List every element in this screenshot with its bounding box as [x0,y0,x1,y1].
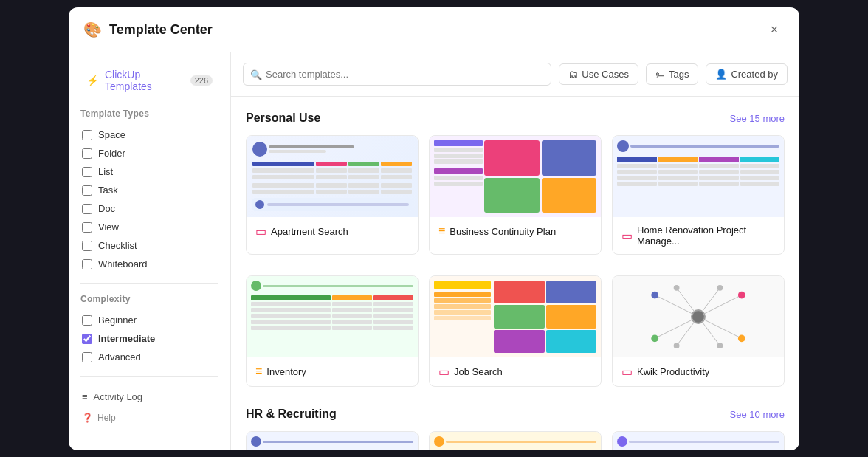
personal-use-section-header: Personal Use See 15 more [246,111,785,125]
svg-line-2 [655,317,698,338]
search-input-wrap: 🔍 [243,63,551,86]
personal-use-title: Personal Use [246,111,320,125]
personal-use-row2: ≡ Inventory [246,275,785,387]
svg-line-1 [698,295,742,317]
help-icon: ❓ [82,413,93,423]
sidebar-divider [80,283,218,284]
template-card-hr3[interactable] [612,431,785,450]
modal-title: Template Center [109,22,213,38]
search-icon: 🔍 [250,69,262,80]
template-name-home: Home Renovation Project Manage... [637,224,775,247]
template-type-doc[interactable]: Doc [80,200,218,217]
label-folder: Folder [98,148,125,159]
complexity-list: BeginnerIntermediateAdvanced [80,312,218,365]
personal-use-row1: ▭ Apartment Search [246,135,785,255]
modal-body: ⚡ ClickUp Templates 226 Template Types S… [69,52,799,450]
svg-point-10 [651,335,658,343]
label-view: View [98,221,119,233]
template-card-home-renovation[interactable]: ▭ Home Renovation Project Manage... [612,135,785,255]
complexity-beginner[interactable]: Beginner [80,312,218,329]
template-type-task[interactable]: Task [80,182,218,199]
template-types-list: SpaceFolderListTaskDocViewChecklistWhite… [80,126,218,272]
template-type-icon-inventory: ≡ [255,365,262,378]
template-preview-home [613,136,784,217]
svg-point-12 [674,285,680,291]
modal-logo-icon: 🎨 [83,21,102,38]
hr-section-header: HR & Recruiting See 10 more [246,408,785,421]
template-card-job-search[interactable]: ▭ Job Search [429,275,602,387]
label-complexity-beginner: Beginner [98,315,137,326]
use-cases-label: Use Cases [582,69,629,80]
search-input[interactable] [243,63,551,86]
activity-log-item[interactable]: ≡ Activity Log [80,387,218,407]
checkbox-space[interactable] [82,130,92,140]
personal-use-see-more[interactable]: See 15 more [730,113,785,124]
template-type-checklist[interactable]: Checklist [80,237,218,254]
checkbox-folder[interactable] [82,148,92,159]
hr-title: HR & Recruiting [246,408,337,421]
template-type-folder[interactable]: Folder [80,145,218,162]
template-center-modal: 🎨 Template Center × ⚡ ClickUp Templates … [69,7,799,450]
label-doc: Doc [98,203,115,214]
template-info-apartment: ▭ Apartment Search [247,217,418,246]
template-name-job: Job Search [454,366,503,377]
checkbox-checklist[interactable] [82,241,92,251]
checkbox-view[interactable] [82,222,92,233]
template-preview-kwik [613,276,784,357]
tags-filter[interactable]: 🏷 Tags [646,63,698,85]
checkbox-whiteboard[interactable] [82,259,92,269]
checkbox-complexity-intermediate[interactable] [82,334,92,344]
help-item[interactable]: ❓ Help [80,410,218,426]
template-card-kwik-productivity[interactable]: ▭ Kwik Productivity [612,275,785,387]
checkbox-doc[interactable] [82,204,92,214]
created-by-filter[interactable]: 👤 Created by [706,63,788,85]
checkbox-complexity-advanced[interactable] [82,352,92,362]
label-list: List [98,166,113,177]
help-label: Help [97,413,116,423]
svg-point-16 [692,311,704,323]
svg-point-13 [717,285,723,291]
template-type-icon-apartment: ▭ [255,224,266,238]
template-card-inventory[interactable]: ≡ Inventory [246,275,418,387]
template-card-business-continuity[interactable]: ≡ Business Continuity Plan [429,135,602,255]
label-checklist: Checklist [98,240,137,251]
checkbox-list[interactable] [82,167,92,177]
template-card-apartment-search[interactable]: ▭ Apartment Search [246,135,418,255]
template-type-view[interactable]: View [80,219,218,236]
modal-header: 🎨 Template Center × [69,7,799,52]
checkbox-complexity-beginner[interactable] [82,315,92,326]
complexity-advanced[interactable]: Advanced [80,348,218,365]
template-card-hr2[interactable] [429,431,602,450]
checkbox-task[interactable] [82,185,92,196]
clickup-icon: ⚡ [86,75,99,86]
search-bar: 🔍 🗂 Use Cases 🏷 Tags 👤 Created by [231,52,799,97]
svg-point-11 [738,335,745,343]
modal-overlay: 🎨 Template Center × ⚡ ClickUp Templates … [0,0,868,457]
label-whiteboard: Whiteboard [98,258,147,269]
template-preview-hr3 [613,432,784,450]
sidebar: ⚡ ClickUp Templates 226 Template Types S… [69,52,231,450]
main-content: 🔍 🗂 Use Cases 🏷 Tags 👤 Created by [231,52,799,450]
template-preview-job [430,276,601,357]
complexity-intermediate[interactable]: Intermediate [80,330,218,347]
template-types-heading: Template Types [80,109,218,119]
template-name-business: Business Continuity Plan [450,226,556,237]
hr-see-more[interactable]: See 10 more [730,409,785,420]
use-cases-filter[interactable]: 🗂 Use Cases [559,63,638,85]
template-preview-hr1 [247,432,418,450]
label-complexity-intermediate: Intermediate [98,333,155,344]
template-type-whiteboard[interactable]: Whiteboard [80,255,218,272]
svg-point-15 [717,343,723,348]
template-type-space[interactable]: Space [80,126,218,143]
template-card-hr1[interactable] [246,431,418,450]
template-type-list[interactable]: List [80,163,218,180]
templates-scroll[interactable]: Personal Use See 15 more [231,97,799,450]
template-name-kwik: Kwik Productivity [637,366,709,377]
clickup-templates-item[interactable]: ⚡ ClickUp Templates 226 [80,64,218,97]
close-button[interactable]: × [764,19,785,40]
template-preview-business [430,136,601,217]
template-name-inventory: Inventory [266,366,306,377]
svg-line-0 [655,295,698,317]
tags-icon: 🏷 [655,69,665,80]
created-by-icon: 👤 [715,69,727,80]
